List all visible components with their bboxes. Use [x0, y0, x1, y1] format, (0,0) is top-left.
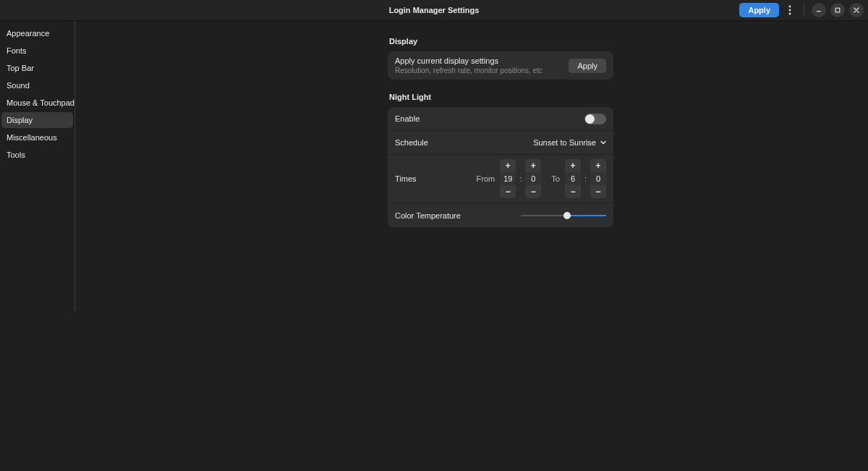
schedule-dropdown[interactable]: Sunset to Sunrise — [533, 138, 606, 147]
sidebar-item-fonts[interactable]: Fonts — [1, 43, 73, 59]
minus-icon[interactable]: − — [590, 185, 606, 198]
from-minute-spinner[interactable]: + 0 − — [525, 159, 541, 198]
from-label: From — [477, 174, 495, 183]
minus-icon[interactable]: − — [565, 185, 581, 198]
enable-row: Enable — [388, 107, 613, 131]
sidebar: Appearance Fonts Top Bar Sound Mouse & T… — [0, 21, 75, 310]
color-temp-row: Color Temperature — [388, 203, 613, 227]
to-label: To — [551, 174, 560, 183]
apply-display-row: Apply current display settings Resolutio… — [388, 51, 613, 80]
main-panel: Display Apply current display settings R… — [75, 21, 868, 471]
minus-icon[interactable]: − — [500, 185, 516, 198]
from-minute-value: 0 — [525, 172, 541, 185]
apply-button-header[interactable]: Apply — [739, 3, 779, 17]
section-title-display: Display — [389, 37, 613, 46]
to-minute-spinner[interactable]: + 0 − — [590, 159, 606, 198]
schedule-value: Sunset to Sunrise — [533, 138, 596, 147]
maximize-button[interactable] — [830, 3, 845, 17]
apply-display-label: Apply current display settings — [395, 56, 542, 65]
plus-icon[interactable]: + — [590, 159, 606, 172]
apply-display-sub: Resolution, refresh rate, monitor positi… — [395, 67, 542, 75]
sidebar-item-appearance[interactable]: Appearance — [1, 25, 73, 41]
enable-label: Enable — [395, 114, 420, 123]
toggle-knob — [585, 114, 595, 124]
color-temp-label: Color Temperature — [395, 211, 461, 220]
from-hour-value: 19 — [500, 172, 516, 185]
sidebar-item-top-bar[interactable]: Top Bar — [1, 60, 73, 76]
minimize-button[interactable] — [812, 3, 826, 17]
slider-thumb[interactable] — [563, 212, 571, 219]
times-row: Times From + 19 − : — [388, 155, 613, 203]
separator — [804, 4, 804, 17]
enable-toggle[interactable] — [584, 114, 606, 124]
menu-kebab-icon[interactable] — [783, 3, 796, 17]
from-hour-spinner[interactable]: + 19 − — [500, 159, 516, 198]
apply-display-button[interactable]: Apply — [569, 59, 606, 73]
times-label: Times — [395, 174, 417, 183]
sidebar-item-sound[interactable]: Sound — [1, 77, 73, 93]
to-minute-value: 0 — [590, 172, 606, 185]
window-title: Login Manager Settings — [389, 6, 480, 14]
sidebar-item-miscellaneous[interactable]: Miscellaneous — [1, 130, 73, 145]
sidebar-item-mouse-touchpad[interactable]: Mouse & Touchpad — [1, 95, 73, 111]
display-group: Apply current display settings Resolutio… — [388, 51, 613, 80]
plus-icon[interactable]: + — [525, 159, 541, 172]
color-temp-slider[interactable] — [521, 211, 606, 221]
to-hour-spinner[interactable]: + 6 − — [565, 159, 581, 198]
plus-icon[interactable]: + — [565, 159, 581, 172]
svg-point-2 — [789, 13, 791, 15]
minus-icon[interactable]: − — [525, 185, 541, 198]
close-button[interactable] — [849, 3, 864, 17]
to-hour-value: 6 — [565, 172, 581, 185]
from-cluster: From + 19 − : + 0 − — [477, 159, 542, 198]
plus-icon[interactable]: + — [500, 159, 516, 172]
svg-point-1 — [789, 9, 791, 12]
svg-point-0 — [789, 6, 791, 8]
titlebar: Login Manager Settings Apply — [0, 0, 868, 21]
slider-fill — [567, 215, 606, 216]
to-cluster: To + 6 − : + 0 − — [551, 159, 606, 198]
night-light-group: Enable Schedule Sunset to Sunrise — [388, 107, 613, 227]
schedule-row: Schedule Sunset to Sunrise — [388, 131, 613, 155]
chevron-down-icon — [600, 140, 606, 145]
section-title-night-light: Night Light — [389, 93, 613, 101]
sidebar-item-tools[interactable]: Tools — [1, 147, 73, 163]
colon: : — [584, 174, 587, 183]
svg-rect-3 — [817, 11, 821, 12]
svg-rect-4 — [835, 8, 840, 12]
colon: : — [519, 174, 522, 183]
sidebar-item-display[interactable]: Display — [1, 112, 73, 128]
schedule-label: Schedule — [395, 138, 428, 147]
